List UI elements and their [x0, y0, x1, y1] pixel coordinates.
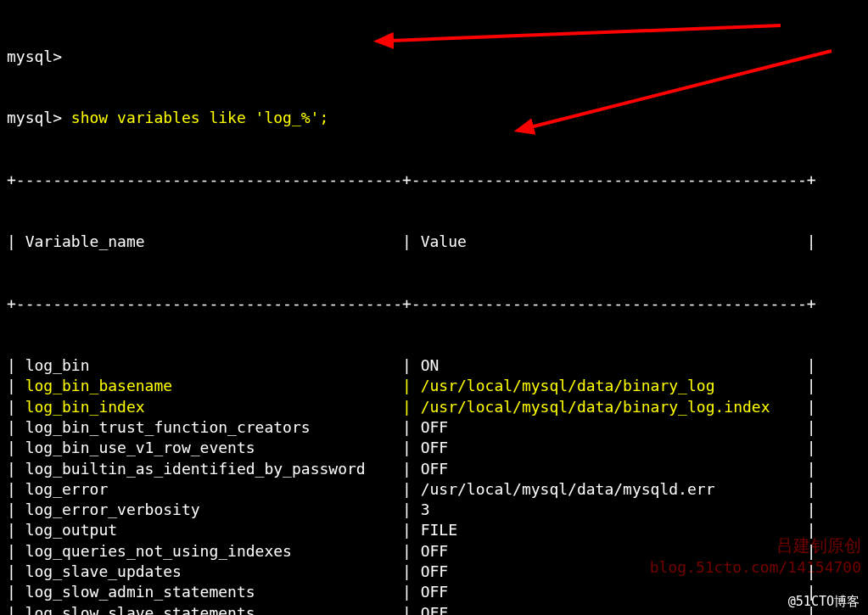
table-row: | log_bin | ON |: [7, 355, 861, 376]
variable-value: OFF: [421, 417, 798, 438]
table-row: | log_builtin_as_identified_by_password …: [7, 459, 861, 479]
variable-value: /usr/local/mysql/data/binary_log.index: [421, 397, 798, 417]
variable-value: 3: [421, 500, 798, 520]
variable-value: OFF: [421, 459, 798, 479]
variable-value: OFF: [421, 438, 798, 458]
variable-value: /usr/local/mysql/data/mysqld.err: [421, 479, 798, 500]
header-value: Value: [421, 232, 798, 252]
table-row: | log_queries_not_using_indexes | OFF |: [7, 541, 861, 562]
variable-value: OFF: [421, 562, 798, 582]
variable-name: log_error: [25, 479, 393, 500]
variable-name: log_bin_use_v1_row_events: [25, 438, 393, 458]
table-row: | log_bin_use_v1_row_events | OFF |: [7, 438, 861, 458]
variable-value: /usr/local/mysql/data/binary_log: [421, 376, 798, 396]
variable-name: log_slow_slave_statements: [25, 603, 393, 615]
table-row: | log_bin_basename | /usr/local/mysql/da…: [7, 376, 861, 396]
variable-name: log_queries_not_using_indexes: [25, 541, 393, 562]
table-row: | log_bin_trust_function_creators | OFF …: [7, 417, 861, 438]
variable-name: log_output: [25, 520, 393, 540]
table-row: | log_output | FILE |: [7, 520, 861, 540]
table-separator: +---------------------------------------…: [7, 170, 861, 190]
table-row: | log_error_verbosity | 3 |: [7, 500, 861, 520]
table-row: | log_bin_index | /usr/local/mysql/data/…: [7, 397, 861, 417]
sql-command: show variables like 'log_%';: [71, 109, 328, 126]
variable-value: OFF: [421, 541, 798, 562]
header-variable-name: Variable_name: [25, 232, 393, 252]
variable-name: log_bin_index: [25, 397, 393, 417]
variable-value: FILE: [421, 520, 798, 540]
mysql-prompt: mysql>: [7, 48, 62, 65]
terminal-output: mysql> mysql> show variables like 'log_%…: [0, 0, 868, 615]
table-separator: +---------------------------------------…: [7, 294, 861, 314]
table-row: | log_slave_updates | OFF |: [7, 562, 861, 582]
table-header-row: | Variable_name | Value |: [7, 232, 861, 252]
variable-name: log_bin_trust_function_creators: [25, 417, 393, 438]
table-row: | log_slow_admin_statements | OFF |: [7, 582, 861, 602]
mysql-prompt: mysql>: [7, 109, 71, 126]
brand-label: @51CTO博客: [788, 593, 860, 610]
variable-name: log_slow_admin_statements: [25, 582, 393, 602]
variable-name: log_bin_basename: [25, 376, 393, 396]
variable-name: log_bin: [25, 355, 393, 376]
variable-value: OFF: [421, 603, 798, 615]
variable-name: log_builtin_as_identified_by_password: [25, 459, 393, 479]
table-row: | log_error | /usr/local/mysql/data/mysq…: [7, 479, 861, 500]
variable-name: log_slave_updates: [25, 562, 393, 582]
table-row: | log_slow_slave_statements | OFF |: [7, 603, 861, 615]
variable-name: log_error_verbosity: [25, 500, 393, 520]
variable-value: OFF: [421, 582, 798, 602]
variable-value: ON: [421, 355, 798, 376]
